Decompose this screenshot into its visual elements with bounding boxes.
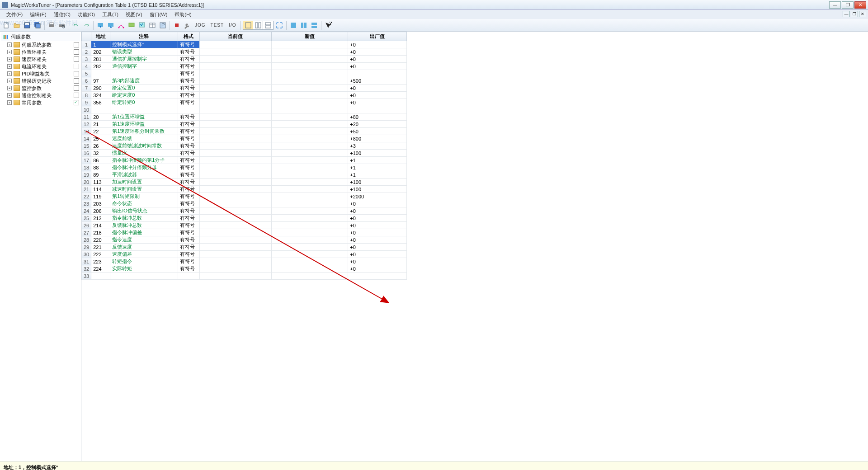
tree-item-checkbox[interactable]	[74, 100, 79, 105]
menu-comm[interactable]: 通信(C)	[50, 10, 74, 19]
table-row[interactable]: 25212指令脉冲总数有符号+0	[82, 215, 407, 222]
table-row[interactable]: 5有符号	[82, 70, 407, 77]
tree-item[interactable]: +通信控制相关	[1, 92, 80, 99]
cell-format[interactable]: 有符号	[178, 99, 199, 106]
cell-current[interactable]	[199, 142, 271, 150]
cell-new[interactable]	[271, 265, 348, 273]
table-row[interactable]: 2202错误类型有符号+0	[82, 48, 407, 56]
expand-icon[interactable]: +	[7, 93, 12, 98]
tree-item-checkbox[interactable]	[74, 64, 79, 69]
cell-addr[interactable]: 212	[91, 215, 110, 222]
cell-current[interactable]	[199, 193, 271, 200]
save-icon[interactable]	[23, 21, 32, 30]
cell-annotation[interactable]: 第1速度环积分时间常数	[110, 128, 178, 135]
mdi-minimize-button[interactable]: —	[843, 11, 850, 17]
cell-format[interactable]	[178, 106, 199, 113]
cell-addr[interactable]: 282	[91, 63, 110, 70]
table-row[interactable]: 3281通信扩展控制字有符号+0	[82, 56, 407, 63]
print-icon[interactable]	[47, 21, 56, 30]
cell-annotation[interactable]: 错误类型	[110, 48, 178, 56]
cell-format[interactable]: 有符号	[178, 56, 199, 63]
cell-current[interactable]	[199, 150, 271, 157]
cell-annotation[interactable]	[110, 70, 178, 77]
cell-addr[interactable]: 324	[91, 92, 110, 99]
tree-item[interactable]: +电流环相关	[1, 63, 80, 70]
table-row[interactable]: 28220指令速度有符号+0	[82, 236, 407, 244]
cell-new[interactable]	[271, 48, 348, 56]
parameters-grid[interactable]: 地址 注释 格式 当前值 新值 出厂值 11控制模式选择*有符号+02202错误…	[81, 32, 868, 461]
cell-current[interactable]	[199, 244, 271, 251]
cell-new[interactable]	[271, 157, 348, 164]
cell-annotation[interactable]	[110, 106, 178, 113]
tree-item-checkbox[interactable]	[74, 71, 79, 76]
cell-new[interactable]	[271, 63, 348, 70]
cell-annotation[interactable]: 指令脉冲倍频的第1分子	[110, 157, 178, 164]
cell-default[interactable]: +0	[348, 56, 407, 63]
cell-new[interactable]	[271, 179, 348, 186]
cell-new[interactable]	[271, 186, 348, 193]
expand-icon[interactable]: +	[7, 86, 12, 90]
cell-current[interactable]	[199, 99, 271, 106]
cell-new[interactable]	[271, 92, 348, 99]
tree-item-checkbox[interactable]	[74, 49, 79, 55]
expand-icon[interactable]: +	[7, 57, 12, 61]
cell-format[interactable]: 有符号	[178, 135, 199, 142]
menu-edit[interactable]: 编辑(E)	[26, 10, 50, 19]
table-row[interactable]: 26214反馈脉冲总数有符号+0	[82, 222, 407, 229]
cell-addr[interactable]: 281	[91, 56, 110, 63]
tree-item[interactable]: +位置环相关	[1, 48, 80, 56]
cell-annotation[interactable]: 第1转矩限制	[110, 193, 178, 200]
table-row[interactable]: 32224实际转矩有符号+0	[82, 265, 407, 273]
cell-current[interactable]	[199, 63, 271, 70]
cell-addr[interactable]: 290	[91, 85, 110, 92]
cell-current[interactable]	[199, 41, 271, 48]
maximize-button[interactable]: ❐	[842, 1, 854, 9]
cell-format[interactable]: 有符号	[178, 186, 199, 193]
cell-new[interactable]	[271, 41, 348, 48]
layout-1-button[interactable]	[243, 21, 253, 29]
cell-format[interactable]: 有符号	[178, 215, 199, 222]
cell-addr[interactable]: 114	[91, 186, 110, 193]
cell-default[interactable]: +100	[348, 186, 407, 193]
mdi-close-button[interactable]: ✕	[859, 11, 866, 17]
expand-icon[interactable]: +	[7, 64, 12, 69]
tree-item-checkbox[interactable]	[74, 42, 79, 47]
cell-annotation[interactable]: 通信控制字	[110, 63, 178, 70]
table-row[interactable]: 1786指令脉冲倍频的第1分子有符号+1	[82, 157, 407, 164]
cell-default[interactable]: +0	[348, 258, 407, 265]
cell-annotation[interactable]: 命令状态	[110, 200, 178, 207]
cell-format[interactable]: 有符号	[178, 251, 199, 258]
cell-addr[interactable]: 214	[91, 222, 110, 229]
expand-icon[interactable]: +	[7, 79, 12, 83]
cell-current[interactable]	[199, 207, 271, 215]
table-row[interactable]: 21114减速时间设置有符号+100	[82, 186, 407, 193]
help-icon[interactable]: ?	[324, 21, 333, 30]
table-row[interactable]: 29221反馈速度有符号+0	[82, 244, 407, 251]
cell-new[interactable]	[271, 207, 348, 215]
table-row[interactable]: 31223转矩指令有符号+0	[82, 258, 407, 265]
cell-current[interactable]	[199, 85, 271, 92]
tree-item[interactable]: +伺服系统参数	[1, 41, 80, 48]
cell-current[interactable]	[199, 121, 271, 128]
cell-default[interactable]: +50	[348, 128, 407, 135]
tree-item[interactable]: +监控参数	[1, 85, 80, 92]
cell-annotation[interactable]: 速度前馈	[110, 135, 178, 142]
cell-default[interactable]: +500	[348, 77, 407, 85]
cell-new[interactable]	[271, 106, 348, 113]
cell-format[interactable]: 有符号	[178, 222, 199, 229]
cell-addr[interactable]: 97	[91, 77, 110, 85]
cell-addr[interactable]: 32	[91, 150, 110, 157]
tree-item[interactable]: +常用参数	[1, 99, 80, 106]
cell-annotation[interactable]: 反馈速度	[110, 244, 178, 251]
table-row[interactable]: 11控制模式选择*有符号+0	[82, 41, 407, 48]
cell-new[interactable]	[271, 56, 348, 63]
cell-current[interactable]	[199, 273, 271, 280]
cell-annotation[interactable]: 通信扩展控制字	[110, 56, 178, 63]
cell-annotation[interactable]: 给定位置0	[110, 85, 178, 92]
scope-icon[interactable]	[137, 21, 146, 30]
cell-current[interactable]	[199, 135, 271, 142]
cell-default[interactable]: +1	[348, 157, 407, 164]
stop-icon[interactable]	[172, 21, 181, 30]
col-new[interactable]: 新值	[271, 32, 348, 41]
cell-addr[interactable]: 358	[91, 99, 110, 106]
